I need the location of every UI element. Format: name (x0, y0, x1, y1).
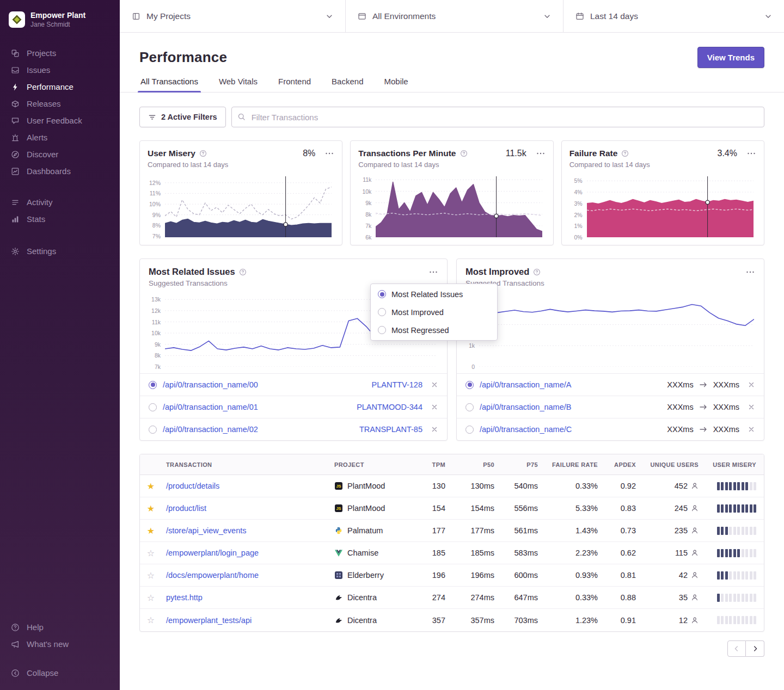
transaction-link[interactable]: pytest.http (166, 593, 203, 602)
radio-button[interactable] (149, 381, 157, 389)
column-header-unique-users[interactable]: UNIQUE USERS (640, 461, 703, 468)
next-page-button[interactable] (746, 640, 764, 657)
transaction-link[interactable]: /empowerplant/login_page (166, 549, 259, 557)
sidebar-item-settings[interactable]: Settings (0, 243, 120, 260)
transaction-link[interactable]: /store/api_view_events (166, 526, 247, 535)
star-icon[interactable]: ☆ (140, 593, 162, 603)
star-icon[interactable]: ★ (140, 526, 162, 536)
close-icon[interactable] (431, 426, 438, 433)
transaction-link[interactable]: /api/0/transaction_name/C (480, 425, 572, 434)
ellipsis-menu-icon[interactable] (536, 149, 546, 158)
star-icon[interactable]: ☆ (140, 615, 162, 625)
column-header-apdex[interactable]: APDEX (602, 461, 640, 468)
ellipsis-menu-icon[interactable] (746, 149, 756, 158)
failure-rate-value: 1.43% (542, 526, 602, 535)
radio-button[interactable] (465, 381, 474, 389)
column-header-transaction[interactable]: TRANSACTION (162, 461, 330, 468)
app-root: Empower Plant Jane Schmidt ProjectsIssue… (0, 0, 784, 690)
sidebar-item-alerts[interactable]: Alerts (0, 129, 120, 146)
star-icon[interactable]: ☆ (140, 570, 162, 581)
column-header-project[interactable]: PROJECT (330, 461, 412, 468)
sidebar-item-performance[interactable]: Performance (0, 78, 120, 95)
sidebar-item-discover[interactable]: Discover (0, 146, 120, 163)
transaction-link[interactable]: /product/list (166, 504, 206, 513)
column-header-p50[interactable]: P50 (450, 461, 499, 468)
star-icon[interactable]: ☆ (140, 548, 162, 558)
ellipsis-menu-icon[interactable] (745, 267, 755, 277)
date-range-selector[interactable]: Last 14 days (564, 0, 784, 32)
question-icon[interactable] (199, 150, 207, 157)
sidebar-item-stats[interactable]: Stats (0, 211, 120, 227)
column-header-failure-rate[interactable]: FAILURE RATE (542, 461, 602, 468)
transaction-link[interactable]: /docs/empowerplant/home (166, 571, 259, 580)
question-icon[interactable] (621, 150, 629, 157)
close-icon[interactable] (431, 403, 438, 411)
sidebar-nav-primary: ProjectsIssuesPerformanceReleasesUser Fe… (0, 45, 120, 180)
sidebar-item-user-feedback[interactable]: User Feedback (0, 112, 120, 129)
column-header-p75[interactable]: P75 (499, 461, 542, 468)
user-feedback-icon (10, 116, 20, 125)
transaction-link[interactable]: /empowerplant_tests/api (166, 616, 252, 625)
dropdown-option-most-improved[interactable]: Most Improved (371, 303, 497, 321)
radio-button[interactable] (465, 426, 474, 434)
project-selector[interactable]: My Projects (120, 0, 346, 32)
question-icon[interactable] (460, 150, 468, 157)
transaction-link[interactable]: /api/0/transaction_name/02 (163, 425, 258, 434)
project-cell: Palmatum (330, 526, 412, 535)
transaction-link[interactable]: /product/details (166, 482, 219, 490)
tab-all-transactions[interactable]: All Transactions (139, 77, 199, 92)
question-icon[interactable] (239, 268, 247, 276)
project-name: Palmatum (347, 526, 383, 535)
transaction-link[interactable]: /api/0/transaction_name/B (480, 403, 571, 411)
issue-link[interactable]: TRANSPLANT-85 (359, 425, 422, 434)
filter-transactions-input[interactable] (231, 107, 764, 127)
dropdown-option-most-related-issues[interactable]: Most Related Issues (371, 285, 497, 303)
sidebar-item-activity[interactable]: Activity (0, 194, 120, 211)
question-icon[interactable] (533, 268, 541, 276)
issue-link[interactable]: PLANTTV-128 (372, 380, 423, 389)
ellipsis-menu-icon[interactable] (324, 149, 334, 158)
dropdown-option-most-regressed[interactable]: Most Regressed (371, 321, 497, 339)
org-switcher[interactable]: Empower Plant Jane Schmidt (0, 8, 120, 32)
sidebar-item-collapse[interactable]: Collapse (0, 664, 120, 681)
sidebar-item-what-s-new[interactable]: What's new (0, 636, 120, 652)
metric-card-subtitle: Compared to last 14 days (569, 161, 756, 169)
radio-button[interactable] (149, 403, 157, 411)
tab-backend[interactable]: Backend (330, 77, 364, 92)
table-row: ★ /store/api_view_events Palmatum 177 17… (140, 520, 764, 542)
unique-users-value: 452 (640, 482, 703, 490)
sidebar-item-dashboards[interactable]: Dashboards (0, 163, 120, 180)
tab-web-vitals[interactable]: Web Vitals (218, 77, 259, 92)
close-icon[interactable] (748, 381, 755, 389)
related-rows: /api/0/transaction_name/00 PLANTTV-128 /… (140, 373, 447, 440)
sidebar-item-releases[interactable]: Releases (0, 95, 120, 112)
star-icon[interactable]: ★ (140, 503, 162, 514)
previous-page-button[interactable] (727, 640, 746, 657)
transaction-link[interactable]: /api/0/transaction_name/00 (163, 380, 258, 389)
radio-button[interactable] (465, 403, 474, 411)
close-icon[interactable] (748, 426, 755, 433)
active-filters-button[interactable]: 2 Active Filters (139, 107, 226, 127)
issue-link[interactable]: PLANTMOOD-344 (357, 403, 422, 411)
environment-selector[interactable]: All Environments (346, 0, 564, 32)
arrow-right-icon (700, 382, 707, 387)
column-header-tpm[interactable]: TPM (412, 461, 450, 468)
tab-mobile[interactable]: Mobile (383, 77, 409, 92)
radio-button[interactable] (149, 426, 157, 434)
main-area: My Projects All Environments Last 14 day… (120, 0, 784, 690)
sidebar-item-projects[interactable]: Projects (0, 45, 120, 61)
sidebar-item-issues[interactable]: Issues (0, 61, 120, 78)
sidebar-item-help[interactable]: Help (0, 619, 120, 636)
star-icon[interactable]: ★ (140, 481, 162, 491)
ellipsis-menu-icon[interactable] (428, 267, 438, 277)
transaction-link[interactable]: /api/0/transaction_name/01 (163, 403, 258, 411)
p75-value: 540ms (499, 482, 542, 490)
view-trends-button[interactable]: View Trends (697, 47, 764, 68)
column-header-user-misery[interactable]: USER MISERY (703, 461, 764, 468)
tab-frontend[interactable]: Frontend (277, 77, 312, 92)
sidebar: Empower Plant Jane Schmidt ProjectsIssue… (0, 0, 120, 690)
transaction-link[interactable]: /api/0/transaction_name/A (480, 380, 571, 389)
close-icon[interactable] (748, 403, 755, 411)
chevron-down-icon (543, 13, 551, 20)
close-icon[interactable] (431, 381, 438, 389)
